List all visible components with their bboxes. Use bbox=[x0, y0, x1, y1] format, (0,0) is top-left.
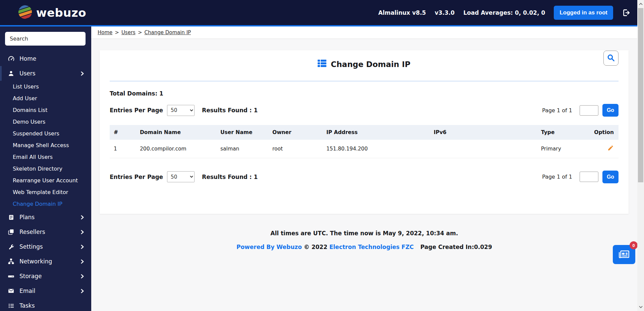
logged-in-button[interactable]: Logged in as root bbox=[554, 6, 613, 20]
powered-by-webuzo-link[interactable]: Powered By Webuzo bbox=[236, 244, 302, 250]
sidebar-item-label: Storage bbox=[19, 273, 42, 279]
edit-pencil-icon[interactable] bbox=[607, 146, 614, 152]
sidebar-item-tasks[interactable]: Tasks bbox=[0, 298, 91, 311]
page-indicator: Page 1 of 1 bbox=[542, 174, 572, 180]
go-button-bottom[interactable]: Go bbox=[602, 171, 619, 183]
title-divider bbox=[110, 81, 619, 81]
electron-technologies-link[interactable]: Electron Technologies FZC bbox=[329, 244, 414, 250]
sidebar-subitem-add-user[interactable]: Add User bbox=[0, 92, 91, 104]
sidebar-search-input[interactable] bbox=[5, 32, 86, 46]
breadcrumb-users-link[interactable]: Users bbox=[121, 29, 136, 36]
breadcrumb-current-link[interactable]: Change Domain IP bbox=[144, 29, 191, 36]
sidebar-item-plans[interactable]: Plans bbox=[0, 210, 91, 225]
breadcrumb: Home > Users > Change Domain IP bbox=[91, 26, 637, 39]
col-header-owner: Owner bbox=[268, 125, 322, 140]
sidebar-item-label: Email bbox=[19, 288, 35, 294]
utc-time-line: All times are UTC. The time now is May 9… bbox=[91, 230, 637, 237]
title-row: Change Domain IP bbox=[110, 50, 619, 69]
wrench-icon bbox=[7, 244, 15, 250]
cell-domain: 200.compilor.com bbox=[136, 140, 216, 158]
sidebar-item-settings[interactable]: Settings bbox=[0, 239, 91, 254]
user-icon bbox=[7, 70, 15, 77]
envelope-icon bbox=[7, 288, 15, 294]
entries-per-page-label: Entries Per Page bbox=[110, 174, 163, 180]
sidebar-subitem-manage-shell-access[interactable]: Manage Shell Access bbox=[0, 139, 91, 151]
tasks-icon bbox=[7, 303, 15, 309]
col-header-num: # bbox=[110, 125, 136, 140]
sidebar-subitem-rearrange-user-account[interactable]: Rearrange User Account bbox=[0, 175, 91, 186]
col-header-ip: IP Address bbox=[322, 125, 430, 140]
table-header-row: # Domain Name User Name Owner IP Address… bbox=[110, 125, 619, 140]
entries-per-page-select-bottom[interactable]: 50 bbox=[167, 171, 195, 182]
app-body: Home Users List bbox=[0, 26, 637, 311]
scroll-up-icon[interactable] bbox=[637, 1, 644, 7]
top-bar: webuzo Almalinux v8.5 v3.3.0 Load Averag… bbox=[0, 0, 637, 26]
sidebar-item-networking[interactable]: Networking bbox=[0, 254, 91, 269]
sidebar-item-label: Resellers bbox=[19, 229, 45, 235]
breadcrumb-separator: > bbox=[115, 29, 119, 36]
version-label: v3.3.0 bbox=[435, 9, 454, 16]
results-found-label: Results Found : 1 bbox=[202, 107, 258, 114]
cell-user: salman bbox=[216, 140, 268, 158]
sidebar-item-storage[interactable]: Storage bbox=[0, 269, 91, 284]
sidebar-nav: Home Users List bbox=[0, 51, 91, 311]
gauge-icon bbox=[7, 55, 15, 62]
chevron-right-icon bbox=[80, 259, 85, 264]
cell-ipv6 bbox=[430, 140, 537, 158]
network-icon bbox=[7, 258, 15, 265]
controls-row-bottom: Entries Per Page 50 Results Found : 1 Pa… bbox=[110, 170, 619, 184]
news-widget-button[interactable]: 0 bbox=[613, 245, 635, 264]
page-created-in-text: Page Created In:0.029 bbox=[420, 244, 492, 250]
resellers-icon bbox=[7, 229, 15, 235]
scrollbar-thumb[interactable] bbox=[638, 8, 643, 182]
copyright-text: © 2022 bbox=[304, 244, 327, 250]
webuzo-logo[interactable]: webuzo bbox=[17, 4, 86, 21]
breadcrumb-home-link[interactable]: Home bbox=[98, 29, 112, 36]
cell-ip: 151.80.194.200 bbox=[322, 140, 430, 158]
sidebar-subitem-email-all-users[interactable]: Email All Users bbox=[0, 151, 91, 163]
logo-text: webuzo bbox=[36, 6, 86, 19]
sidebar-subitem-domains-list[interactable]: Domains List bbox=[0, 104, 91, 116]
chevron-right-icon bbox=[80, 71, 85, 76]
total-domains-label: Total Domains: 1 bbox=[110, 90, 619, 97]
goto-page-input-bottom[interactable] bbox=[580, 172, 598, 182]
col-header-option: Option bbox=[581, 125, 619, 140]
cell-option bbox=[581, 140, 619, 158]
sidebar-item-label: Plans bbox=[19, 214, 35, 221]
chevron-right-icon bbox=[80, 289, 85, 293]
sidebar-item-home[interactable]: Home bbox=[0, 51, 91, 66]
breadcrumb-separator: > bbox=[138, 29, 142, 36]
topbar-right: Almalinux v8.5 v3.3.0 Load Averages: 0, … bbox=[378, 6, 631, 20]
sidebar-item-resellers[interactable]: Resellers bbox=[0, 225, 91, 239]
sidebar-subitem-demo-users[interactable]: Demo Users bbox=[0, 116, 91, 128]
col-header-type: Type bbox=[537, 125, 581, 140]
go-button[interactable]: Go bbox=[602, 104, 619, 117]
col-header-domain: Domain Name bbox=[136, 125, 216, 140]
scroll-down-icon[interactable] bbox=[637, 304, 644, 310]
footer: All times are UTC. The time now is May 9… bbox=[91, 230, 637, 250]
sidebar-item-email[interactable]: Email bbox=[0, 284, 91, 298]
sidebar-item-label: Users bbox=[19, 70, 36, 77]
sidebar-subitem-list-users[interactable]: List Users bbox=[0, 81, 91, 92]
sidebar-subitem-suspended-users[interactable]: Suspended Users bbox=[0, 128, 91, 139]
entries-per-page-select[interactable]: 50 bbox=[167, 105, 195, 116]
search-icon bbox=[607, 54, 615, 63]
sidebar-subitem-change-domain-ip[interactable]: Change Domain IP bbox=[0, 198, 91, 210]
vertical-scrollbar[interactable] bbox=[637, 0, 644, 311]
results-found-label: Results Found : 1 bbox=[202, 174, 258, 180]
goto-page-input[interactable] bbox=[580, 105, 598, 116]
change-domain-ip-card: Change Domain IP Total Domains: 1 bbox=[100, 50, 629, 214]
webuzo-logo-icon bbox=[17, 4, 33, 21]
chevron-right-icon bbox=[80, 245, 85, 249]
sidebar-subitem-web-template-editor[interactable]: Web Template Editor bbox=[0, 186, 91, 198]
plans-icon bbox=[7, 214, 15, 221]
sidebar-item-users[interactable]: Users bbox=[0, 66, 91, 81]
content-area: Home > Users > Change Domain IP bbox=[91, 26, 637, 311]
cell-type: Primary bbox=[537, 140, 581, 158]
table-search-button[interactable] bbox=[603, 51, 619, 66]
sidebar-item-label: Home bbox=[19, 55, 36, 62]
chevron-right-icon bbox=[80, 215, 85, 220]
page-indicator: Page 1 of 1 bbox=[542, 107, 572, 114]
logout-icon[interactable] bbox=[622, 8, 631, 17]
sidebar-subitem-skeleton-directory[interactable]: Skeleton Directory bbox=[0, 163, 91, 175]
